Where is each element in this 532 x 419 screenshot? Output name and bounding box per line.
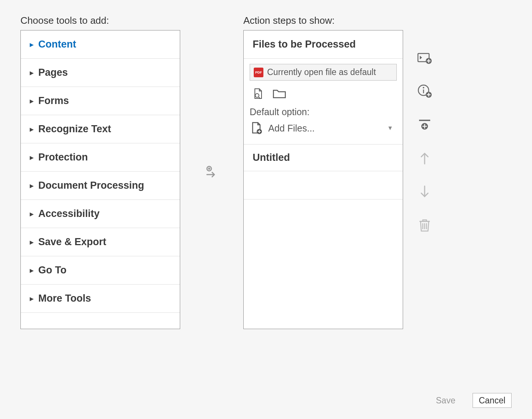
action-step-untitled[interactable]: Untitled <box>244 144 403 171</box>
tool-category-pages[interactable]: ▶ Pages <box>21 59 180 87</box>
add-files-icon <box>250 121 264 135</box>
tool-category-more-tools[interactable]: ▶ More Tools <box>21 285 180 313</box>
svg-point-3 <box>255 94 259 97</box>
chevron-right-icon: ▶ <box>30 267 34 273</box>
tool-category-save-export[interactable]: ▶ Save & Export <box>21 228 180 256</box>
current-file-label: Currently open file as default <box>267 67 376 77</box>
tool-category-content[interactable]: ▶ Content <box>21 30 180 59</box>
tools-section-label: Choose tools to add: <box>20 15 180 26</box>
chevron-right-icon: ▶ <box>30 211 34 217</box>
default-option-value: Add Files... <box>268 123 315 134</box>
add-divider-icon[interactable] <box>417 117 432 133</box>
save-button[interactable]: Save <box>426 393 465 408</box>
tool-category-label: Protection <box>38 152 88 163</box>
chevron-right-icon: ▶ <box>30 155 34 160</box>
chevron-right-icon: ▶ <box>30 239 34 245</box>
chevron-right-icon: ▶ <box>30 183 34 189</box>
tool-category-label: Go To <box>38 264 66 276</box>
tool-category-label: Accessibility <box>38 208 100 220</box>
browse-file-icon[interactable] <box>250 87 265 101</box>
tool-category-protection[interactable]: ▶ Protection <box>21 143 180 172</box>
chevron-right-icon: ▶ <box>30 42 34 48</box>
chevron-right-icon: ▶ <box>30 296 34 302</box>
default-option-dropdown[interactable]: Add Files... ▼ <box>250 120 397 139</box>
svg-point-13 <box>423 87 424 88</box>
move-up-icon[interactable] <box>417 150 432 166</box>
folder-icon[interactable] <box>272 87 287 101</box>
tool-category-go-to[interactable]: ▶ Go To <box>21 256 180 285</box>
trash-icon[interactable] <box>417 217 432 233</box>
tool-category-recognize-text[interactable]: ▶ Recognize Text <box>21 115 180 143</box>
chevron-right-icon: ▶ <box>30 98 34 104</box>
chevron-down-icon: ▼ <box>387 125 397 131</box>
tool-category-label: Document Processing <box>38 180 144 191</box>
tool-category-label: Content <box>38 39 76 50</box>
tool-category-label: Forms <box>38 95 69 107</box>
empty-step-row <box>244 171 403 199</box>
move-down-icon[interactable] <box>417 184 432 199</box>
cancel-button[interactable]: Cancel <box>473 393 512 408</box>
add-to-steps-icon[interactable] <box>205 165 219 179</box>
tools-panel: ▶ Content ▶ Pages ▶ Forms ▶ Recognize Te… <box>20 30 180 329</box>
chevron-right-icon: ▶ <box>30 126 34 132</box>
tool-category-label: More Tools <box>38 293 91 304</box>
add-instruction-icon[interactable] <box>417 84 432 99</box>
steps-panel: Files to be Processed PDF Currently open… <box>243 30 403 329</box>
tool-category-label: Recognize Text <box>38 123 111 135</box>
pdf-icon: PDF <box>254 68 263 77</box>
tool-category-label: Save & Export <box>38 236 106 248</box>
default-option-label: Default option: <box>250 107 397 117</box>
chevron-right-icon: ▶ <box>30 70 34 76</box>
tool-category-label: Pages <box>38 67 68 78</box>
files-to-process-header: Files to be Processed <box>244 30 403 59</box>
add-panel-icon[interactable] <box>417 50 432 66</box>
steps-section-label: Action steps to show: <box>243 15 403 26</box>
current-file-chip[interactable]: PDF Currently open file as default <box>250 64 397 81</box>
tool-category-document-processing[interactable]: ▶ Document Processing <box>21 172 180 200</box>
tool-category-accessibility[interactable]: ▶ Accessibility <box>21 200 180 228</box>
files-body: PDF Currently open file as default <box>244 59 403 144</box>
tool-category-forms[interactable]: ▶ Forms <box>21 87 180 115</box>
